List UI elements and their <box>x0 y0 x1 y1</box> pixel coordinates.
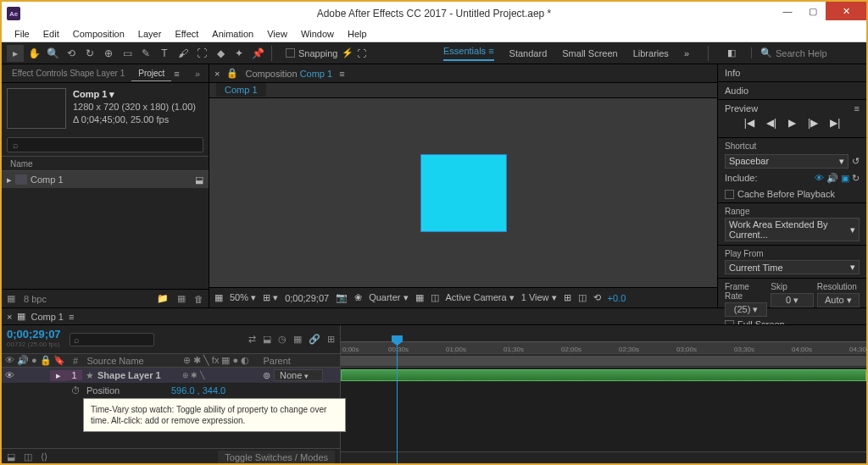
menu-layer[interactable]: Layer <box>132 27 168 41</box>
layer-duration-bar[interactable] <box>341 369 866 381</box>
channels-icon[interactable]: ❀ <box>354 292 362 303</box>
flowchart-icon[interactable]: ⬓ <box>195 174 203 185</box>
guides-icon[interactable]: ◫ <box>578 292 587 303</box>
interpret-icon[interactable]: ▦ <box>7 293 15 304</box>
close-button[interactable]: ✕ <box>826 2 866 20</box>
parent-select[interactable]: None ▾ <box>274 369 323 381</box>
viewer-lock-icon[interactable]: 🔒 <box>226 68 238 79</box>
bpc-toggle[interactable]: 8 bpc <box>24 294 47 304</box>
composition-canvas[interactable] <box>209 98 717 287</box>
selection-tool[interactable]: ▸ <box>7 45 24 62</box>
tl-icon-2[interactable]: ⬓ <box>263 334 271 345</box>
rotate-tool[interactable]: ↻ <box>81 45 98 62</box>
panel-menu-icon[interactable]: ≡ <box>174 69 179 79</box>
include-video-icon[interactable]: 👁 <box>815 173 824 183</box>
rect-tool[interactable]: ▭ <box>119 45 136 62</box>
workspace-overflow[interactable]: » <box>684 48 689 58</box>
timeline-tab[interactable]: Comp 1 <box>31 312 64 322</box>
orbit-tool[interactable]: ⟲ <box>63 45 80 62</box>
menu-view[interactable]: View <box>261 27 293 41</box>
brush-tool[interactable]: 🖌 <box>175 45 192 62</box>
zoom-tool[interactable]: 🔍 <box>44 45 61 62</box>
reset-icon[interactable]: ↺ <box>852 156 860 167</box>
pen-tool[interactable]: ✎ <box>137 45 154 62</box>
layer-row[interactable]: 👁 ▸ 1 ★Shape Layer 1 ⊕ ✱ ╲ ⊚None ▾ <box>2 368 340 383</box>
project-item-comp1[interactable]: ▸ Comp 1 ⬓ <box>2 171 209 188</box>
eraser-tool[interactable]: ◆ <box>212 45 229 62</box>
timecode[interactable]: 0;00;29;07 <box>7 328 64 340</box>
text-tool[interactable]: T <box>156 45 173 62</box>
workspace-essentials[interactable]: Essentials ≡ <box>443 46 494 61</box>
preview-panel-header[interactable]: Preview <box>725 103 758 113</box>
snap-opt-icon[interactable]: ⚡ <box>342 47 353 58</box>
kuler-icon[interactable]: ◧ <box>727 47 736 58</box>
time-ruler[interactable]: 0;00s 00;30s 01;00s 01;30s 02;00s 02;30s… <box>341 325 866 354</box>
menu-help[interactable]: Help <box>342 27 373 41</box>
snap-opt2-icon[interactable]: ⛶ <box>357 48 366 58</box>
viewer-close-icon[interactable]: × <box>214 69 220 79</box>
menu-effect[interactable]: Effect <box>169 27 204 41</box>
flowchart-tab[interactable]: Comp 1 <box>216 83 266 97</box>
tl-icon-5[interactable]: 🔗 <box>309 334 320 345</box>
next-frame-button[interactable]: |▶ <box>808 117 818 129</box>
info-panel-header[interactable]: Info <box>718 64 866 82</box>
play-button[interactable]: ▶ <box>788 117 796 129</box>
snapping-checkbox[interactable] <box>286 48 295 58</box>
property-position[interactable]: Position <box>81 385 171 396</box>
tab-effect-controls[interactable]: Effect Controls Shape Layer 1 <box>5 66 131 80</box>
res-select[interactable]: ⊞ ▾ <box>263 292 278 303</box>
cache-checkbox[interactable] <box>725 190 734 199</box>
tl-icon-6[interactable]: ⊞ <box>327 334 335 345</box>
new-comp-icon[interactable]: ▦ <box>177 293 186 304</box>
viewer-menu-icon[interactable]: ≡ <box>339 69 344 79</box>
timecode-display[interactable]: 0;00;29;07 <box>285 293 329 303</box>
puppet-tool[interactable]: 📌 <box>249 45 266 62</box>
toggle-switches-button[interactable]: Toggle Switches / Modes <box>218 451 335 464</box>
timeline-scrollbar[interactable] <box>341 451 866 465</box>
menu-file[interactable]: File <box>8 27 36 41</box>
tab-project[interactable]: Project <box>131 66 171 81</box>
workspace-small-screen[interactable]: Small Screen <box>562 48 617 58</box>
include-audio-icon[interactable]: 🔊 <box>826 173 838 183</box>
timeline-close-icon[interactable]: × <box>7 312 12 322</box>
anchor-tool[interactable]: ⊕ <box>100 45 117 62</box>
stopwatch-icon[interactable]: ⏱ <box>71 385 81 396</box>
grid-icon[interactable]: ⊞ <box>564 292 571 303</box>
views-select[interactable]: 1 View ▾ <box>521 292 557 303</box>
quality-select[interactable]: Quarter ▾ <box>369 292 408 303</box>
position-value[interactable]: 596.0 , 344.0 <box>171 385 225 396</box>
loop-icon[interactable]: ↻ <box>852 173 860 183</box>
roto-tool[interactable]: ✦ <box>231 45 248 62</box>
shape-layer-1[interactable] <box>421 155 506 231</box>
new-folder-icon[interactable]: 📁 <box>157 293 169 304</box>
zoom-select[interactable]: 50% ▾ <box>230 292 256 303</box>
workspace-libraries[interactable]: Libraries <box>633 48 669 58</box>
tl-toggle-3[interactable]: ⟨⟩ <box>41 451 47 462</box>
last-frame-button[interactable]: ▶| <box>830 117 840 129</box>
menu-animation[interactable]: Animation <box>206 27 259 41</box>
tl-icon-3[interactable]: ◷ <box>278 334 287 345</box>
hand-tool[interactable]: ✋ <box>25 45 42 62</box>
include-overlay-icon[interactable]: ▣ <box>841 173 849 183</box>
search-input[interactable]: Search Help <box>776 48 827 58</box>
skip-select[interactable]: 0 ▾ <box>771 293 813 307</box>
current-time-indicator[interactable] <box>397 342 398 465</box>
timeline-search-input[interactable]: ⌕ <box>70 333 154 346</box>
timeline-menu-icon[interactable]: ≡ <box>69 312 74 322</box>
panel-overflow[interactable]: » <box>190 69 205 79</box>
tl-icon-4[interactable]: ▦ <box>293 334 302 345</box>
camera-select[interactable]: Active Camera ▾ <box>446 292 515 303</box>
shortcut-select[interactable]: Spacebar▾ <box>725 154 849 169</box>
workspace-standard[interactable]: Standard <box>509 48 548 58</box>
project-search-input[interactable]: ⌕ <box>7 137 203 152</box>
maximize-button[interactable]: ▢ <box>800 2 826 20</box>
minimize-button[interactable]: — <box>775 2 800 20</box>
tl-icon-1[interactable]: ⇄ <box>248 334 256 345</box>
audio-panel-header[interactable]: Audio <box>718 82 866 100</box>
exposure-value[interactable]: +0.0 <box>608 293 626 303</box>
stamp-tool[interactable]: ⛶ <box>193 45 210 62</box>
menu-composition[interactable]: Composition <box>67 27 131 41</box>
mag-icon[interactable]: ▦ <box>214 292 223 303</box>
prev-frame-button[interactable]: ◀| <box>766 117 776 129</box>
range-select[interactable]: Work Area Extended By Current...▾ <box>725 218 860 241</box>
